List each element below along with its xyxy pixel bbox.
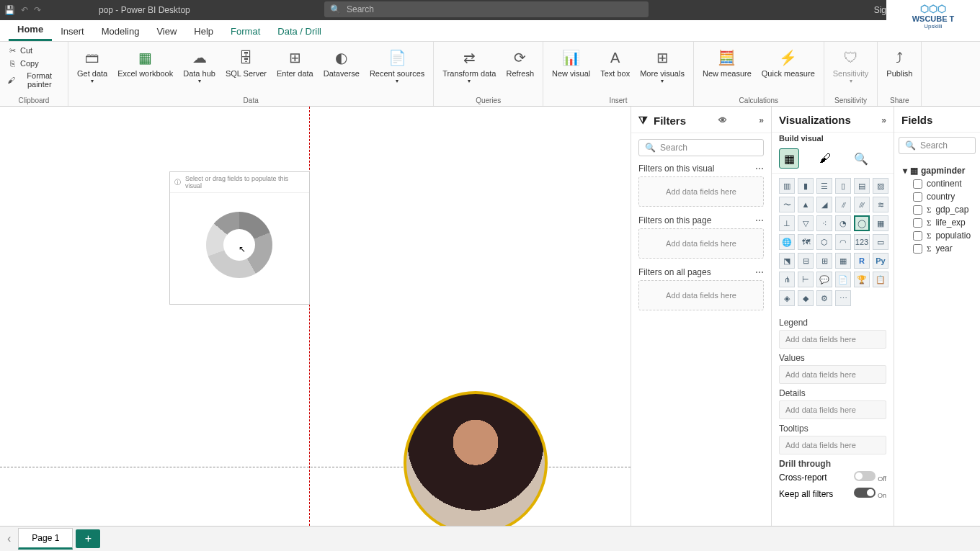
field-gdp-cap[interactable]: Σgdp_cap: [903, 203, 971, 216]
tooltips-well-drop[interactable]: Add data fields here: [779, 436, 886, 454]
viz-funnel[interactable]: ▽: [798, 215, 814, 231]
global-search[interactable]: 🔍 Search: [324, 1, 649, 17]
field-checkbox[interactable]: [913, 205, 922, 215]
viz-stacked-bar[interactable]: ▥: [779, 178, 795, 194]
build-visual-tab[interactable]: ▦: [779, 148, 799, 169]
table-gapminder[interactable]: ▾ ▦ gapminder: [903, 164, 971, 177]
undo-icon[interactable]: ↶: [21, 5, 28, 15]
viz-waterfall[interactable]: ⊥: [779, 215, 795, 231]
viz-card[interactable]: 123: [854, 234, 870, 250]
viz-100-bar[interactable]: ▤: [854, 178, 870, 194]
sign-in-link[interactable]: Sig: [874, 5, 886, 15]
viz-clustered-column[interactable]: ▯: [835, 178, 851, 194]
viz-table[interactable]: ⊞: [816, 253, 832, 269]
field-continent[interactable]: continent: [903, 177, 971, 190]
field-population[interactable]: Σpopulatio: [903, 229, 971, 242]
transform-data-button[interactable]: ⇄Transform data▾: [440, 45, 499, 86]
tab-help[interactable]: Help: [185, 22, 222, 41]
dataverse-button[interactable]: ◐Dataverse: [321, 45, 362, 86]
get-data-button[interactable]: 🗃Get data▾: [74, 45, 110, 86]
more-icon[interactable]: ⋯: [755, 215, 764, 225]
report-canvas[interactable]: ⓘ Select or drag fields to populate this…: [0, 107, 631, 526]
field-life-exp[interactable]: Σlife_exp: [903, 216, 971, 229]
field-checkbox[interactable]: [913, 231, 922, 241]
new-visual-button[interactable]: 📊New visual: [549, 45, 593, 86]
viz-line[interactable]: 〜: [779, 197, 795, 212]
viz-qa[interactable]: 💬: [816, 272, 832, 287]
viz-100-column[interactable]: ▨: [873, 178, 888, 194]
viz-stacked-area[interactable]: ◢: [816, 197, 832, 212]
viz-pie[interactable]: ◔: [835, 215, 851, 231]
sql-server-button[interactable]: 🗄SQL Server: [223, 45, 270, 86]
field-year[interactable]: Σyear: [903, 242, 971, 255]
viz-key-influencers[interactable]: ⋔: [779, 272, 795, 287]
enter-data-button[interactable]: ⊞Enter data: [274, 45, 316, 86]
more-icon[interactable]: ⋯: [755, 267, 764, 277]
viz-paginated[interactable]: 📋: [873, 272, 888, 287]
fields-search[interactable]: 🔍 Search: [899, 137, 976, 154]
tab-modeling[interactable]: Modeling: [93, 22, 148, 41]
tab-data-drill[interactable]: Data / Drill: [269, 22, 330, 41]
collapse-filters-icon[interactable]: »: [759, 115, 764, 125]
viz-more[interactable]: ⋯: [835, 290, 851, 306]
more-icon[interactable]: ⋯: [755, 163, 764, 174]
tab-insert[interactable]: Insert: [52, 22, 93, 41]
field-country[interactable]: country: [903, 190, 971, 203]
donut-visual-placeholder[interactable]: ⓘ Select or drag fields to populate this…: [169, 171, 310, 305]
viz-multi-card[interactable]: ▭: [873, 234, 888, 250]
data-hub-button[interactable]: ☁Data hub▾: [180, 45, 218, 86]
viz-line-clustered[interactable]: ⫻: [854, 197, 870, 212]
redo-icon[interactable]: ↷: [34, 5, 41, 15]
viz-filled-map[interactable]: 🗺: [798, 234, 814, 250]
eye-icon[interactable]: 👁: [718, 115, 727, 125]
refresh-button[interactable]: ⟳Refresh: [504, 45, 538, 86]
excel-workbook-button[interactable]: ▦Excel workbook: [115, 45, 176, 86]
viz-narrative[interactable]: 📄: [835, 272, 851, 287]
format-painter-button[interactable]: 🖌Format painter: [6, 71, 62, 89]
quick-measure-button[interactable]: ⚡Quick measure: [759, 45, 818, 79]
viz-arcgis[interactable]: ◈: [779, 290, 795, 306]
page-filter-drop[interactable]: Add data fields here: [638, 228, 764, 259]
page-tab-1[interactable]: Page 1: [18, 528, 73, 550]
add-page-button[interactable]: +: [76, 529, 100, 548]
viz-map[interactable]: 🌐: [779, 234, 795, 250]
viz-matrix[interactable]: ▦: [835, 253, 851, 269]
viz-slicer[interactable]: ⊟: [798, 253, 814, 269]
field-checkbox[interactable]: [913, 218, 922, 228]
viz-ribbon[interactable]: ≋: [873, 197, 888, 212]
sensitivity-button[interactable]: 🛡Sensitivity▾: [830, 45, 872, 86]
viz-gauge[interactable]: ◠: [835, 234, 851, 250]
analytics-tab[interactable]: 🔍: [851, 148, 871, 169]
text-box-button[interactable]: AText box: [597, 45, 633, 86]
viz-automate[interactable]: ⚙: [816, 290, 832, 306]
prev-page-icon[interactable]: ‹: [7, 532, 11, 545]
viz-stacked-column[interactable]: ▮: [798, 178, 814, 194]
tab-view[interactable]: View: [148, 22, 185, 41]
viz-treemap[interactable]: ▦: [873, 215, 888, 231]
viz-area[interactable]: ▲: [798, 197, 814, 212]
viz-decomp-tree[interactable]: ⊢: [798, 272, 814, 287]
viz-clustered-bar[interactable]: ☰: [816, 178, 832, 194]
values-well-drop[interactable]: Add data fields here: [779, 365, 886, 384]
viz-line-stacked[interactable]: ⫽: [835, 197, 851, 212]
viz-donut[interactable]: ◯: [854, 215, 870, 231]
viz-scatter[interactable]: ⁖: [816, 215, 832, 231]
viz-azure-map[interactable]: ⬡: [816, 234, 832, 250]
viz-kpi[interactable]: ⬔: [779, 253, 795, 269]
viz-goals[interactable]: 🏆: [854, 272, 870, 287]
visual-filter-drop[interactable]: Add data fields here: [638, 176, 764, 207]
field-checkbox[interactable]: [913, 244, 922, 254]
legend-well-drop[interactable]: Add data fields here: [779, 330, 886, 349]
save-icon[interactable]: 💾: [4, 5, 15, 15]
collapse-viz-icon[interactable]: »: [881, 115, 886, 125]
field-checkbox[interactable]: [913, 192, 922, 202]
details-well-drop[interactable]: Add data fields here: [779, 400, 886, 419]
recent-sources-button[interactable]: 📄Recent sources▾: [367, 45, 427, 86]
all-filter-drop[interactable]: Add data fields here: [638, 280, 764, 310]
viz-r[interactable]: R: [854, 253, 870, 269]
viz-powerapps[interactable]: ◆: [798, 290, 814, 306]
format-visual-tab[interactable]: 🖌: [815, 148, 835, 169]
keep-filters-toggle[interactable]: [854, 488, 876, 498]
copy-button[interactable]: ⎘Copy: [6, 58, 62, 69]
field-checkbox[interactable]: [913, 179, 922, 189]
